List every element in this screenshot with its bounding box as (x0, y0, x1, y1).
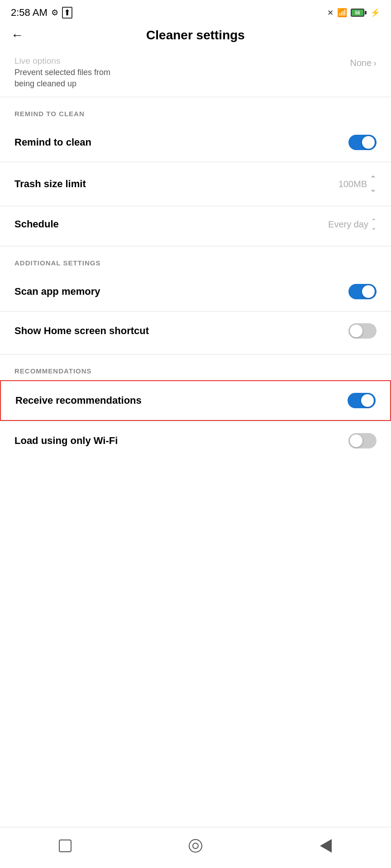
circle-icon (189, 839, 202, 853)
wifi-only-toggle[interactable] (348, 433, 377, 448)
trash-size-value[interactable]: 100MB ⌃⌄ (339, 174, 377, 194)
setting-row-receive-recommendations: Receive recommendations (0, 380, 391, 421)
setting-row-scan-app: Scan app memory (0, 272, 391, 311)
setting-row-schedule[interactable]: Schedule Every day ⌃ ⌄ (0, 206, 391, 242)
section-header-recommendations: RECOMMENDATIONS (0, 354, 391, 380)
partial-description: Prevent selected files from being cleane… (14, 67, 114, 90)
setting-row-wifi-only: Load using only Wi-Fi (0, 421, 391, 460)
scan-app-label: Scan app memory (14, 286, 100, 297)
nav-square-button[interactable] (54, 835, 76, 857)
content-area: Live options Prevent selected files from… (0, 51, 391, 827)
partial-section-row: Live options Prevent selected files from… (14, 56, 377, 90)
section-header-additional: ADDITIONAL SETTINGS (0, 246, 391, 272)
remind-toggle[interactable] (348, 135, 377, 150)
nav-home-button[interactable] (184, 835, 207, 857)
wifi-icon: 📶 (337, 8, 347, 18)
toggle-thumb (362, 136, 375, 149)
toggle-thumb-home (350, 325, 362, 337)
setting-row-remind-toggle: Remind to clean (0, 123, 391, 162)
partial-section-text: Live options Prevent selected files from… (14, 56, 175, 90)
scan-app-toggle[interactable] (348, 284, 377, 299)
toggle-thumb-scan (362, 285, 375, 298)
partial-section: Live options Prevent selected files from… (0, 51, 391, 97)
status-time-area: 2:58 AM ⚙ ⬆ (11, 7, 72, 19)
status-time: 2:58 AM (11, 7, 48, 19)
partial-title: Live options (14, 56, 175, 66)
stepper-icon-trash: ⌃⌄ (370, 174, 377, 194)
battery-icon: 56 (351, 9, 364, 17)
partial-value[interactable]: None › (350, 58, 377, 68)
square-icon (59, 840, 72, 852)
setting-row-home-shortcut: Show Home screen shortcut (0, 311, 391, 350)
status-icons: ✕ 📶 56 ⚡ (327, 8, 380, 18)
additional-settings-section: ADDITIONAL SETTINGS Scan app memory Show… (0, 246, 391, 354)
receive-recommendations-toggle[interactable] (348, 393, 376, 408)
status-bar: 2:58 AM ⚙ ⬆ ✕ 📶 56 ⚡ (0, 0, 391, 24)
signal-x-icon: ✕ (327, 8, 334, 18)
remind-to-clean-section: REMIND TO CLEAN Remind to clean Trash si… (0, 97, 391, 246)
upload-icon: ⬆ (62, 7, 72, 19)
toggle-thumb-wifi (350, 434, 362, 447)
battery-indicator: 56 (351, 9, 367, 17)
chevron-right-icon: › (373, 58, 377, 68)
battery-tip (365, 11, 367, 14)
page-title: Cleaner settings (27, 28, 364, 42)
back-button[interactable]: ← (11, 27, 27, 43)
bottom-nav (0, 827, 391, 868)
schedule-label: Schedule (14, 218, 59, 230)
top-bar: ← Cleaner settings (0, 24, 391, 51)
toggle-thumb-recommendations (361, 394, 374, 407)
recommendations-section: RECOMMENDATIONS Receive recommendations … (0, 354, 391, 460)
receive-recommendations-label: Receive recommendations (15, 395, 142, 406)
setting-row-trash-size[interactable]: Trash size limit 100MB ⌃⌄ (0, 162, 391, 206)
home-shortcut-label: Show Home screen shortcut (14, 325, 149, 337)
triangle-icon (320, 839, 332, 853)
schedule-value[interactable]: Every day ⌃ ⌄ (328, 218, 377, 231)
home-shortcut-toggle[interactable] (348, 323, 377, 339)
trash-size-label: Trash size limit (14, 178, 86, 190)
stepper-icon-schedule: ⌃ ⌄ (371, 218, 377, 231)
bolt-icon: ⚡ (370, 8, 380, 18)
remind-toggle-label: Remind to clean (14, 137, 91, 148)
wifi-only-label: Load using only Wi-Fi (14, 435, 118, 447)
gear-icon: ⚙ (51, 8, 58, 18)
nav-back-button[interactable] (315, 835, 337, 857)
section-header-remind: REMIND TO CLEAN (0, 97, 391, 123)
